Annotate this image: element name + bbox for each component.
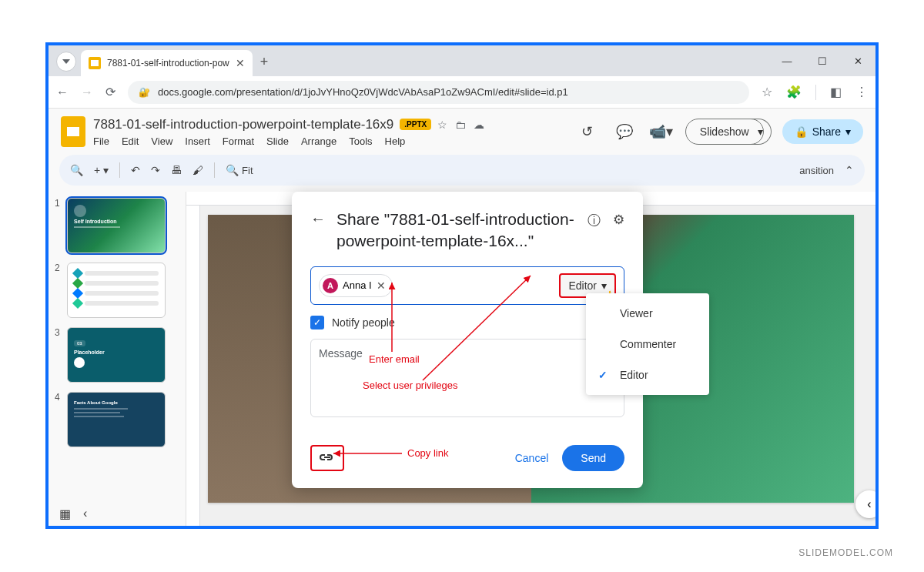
- remove-chip-icon[interactable]: ✕: [377, 279, 386, 292]
- close-window-button[interactable]: ✕: [840, 45, 875, 76]
- menu-view[interactable]: View: [151, 135, 172, 147]
- menu-format[interactable]: Format: [223, 135, 254, 147]
- minimize-button[interactable]: —: [769, 45, 805, 76]
- browser-tab[interactable]: 7881-01-self-introduction-pow ✕: [81, 50, 253, 76]
- slide-thumb-4[interactable]: 4 Facts About Google: [55, 392, 179, 447]
- slide-thumb-3[interactable]: 3 03 Placeholder: [55, 327, 179, 383]
- slide-panel[interactable]: 1 Self Introduction 2: [49, 192, 186, 526]
- close-tab-icon[interactable]: ✕: [236, 57, 245, 69]
- notify-label: Notify people: [332, 316, 395, 329]
- dialog-title: Share "7881-01-self-introduction-powerpo…: [336, 209, 577, 253]
- maximize-button[interactable]: ☐: [805, 45, 840, 76]
- tab-title: 7881-01-self-introduction-pow: [107, 58, 229, 69]
- sidepanel-icon[interactable]: ◧: [830, 85, 842, 99]
- document-title[interactable]: 7881-01-self-introduction-powerpoint-tem…: [93, 117, 393, 132]
- avatar: A: [323, 278, 338, 293]
- notify-row[interactable]: ✓ Notify people: [310, 316, 624, 329]
- new-slide-button[interactable]: + ▾: [94, 164, 109, 176]
- slide-thumb-2[interactable]: 2: [55, 263, 179, 318]
- help-icon[interactable]: ⓘ: [588, 212, 601, 229]
- message-input[interactable]: Message: [310, 339, 624, 417]
- watermark: SLIDEMODEL.COM: [798, 547, 893, 558]
- menu-help[interactable]: Help: [385, 135, 406, 147]
- zoom-control[interactable]: 🔍 Fit: [226, 164, 253, 176]
- slides-favicon: [89, 57, 101, 69]
- paint-format-icon[interactable]: 🖌: [192, 164, 203, 176]
- share-dialog: ← Share "7881-01-self-introduction-power…: [292, 192, 643, 488]
- pptx-badge: .PPTX: [400, 119, 431, 130]
- reload-icon[interactable]: ⟳: [105, 85, 116, 99]
- notify-checkbox[interactable]: ✓: [310, 316, 324, 329]
- redo-icon[interactable]: ↷: [151, 164, 160, 176]
- app-header: 7881-01-self-introduction-powerpoint-tem…: [49, 109, 875, 155]
- window-controls: — ☐ ✕: [769, 45, 875, 76]
- slides-logo[interactable]: [61, 116, 85, 147]
- browser-window: 7881-01-self-introduction-pow ✕ + — ☐ ✕ …: [45, 42, 879, 529]
- role-commenter[interactable]: Commenter: [586, 329, 709, 360]
- forward-icon[interactable]: →: [81, 85, 93, 99]
- prev-icon[interactable]: ‹: [83, 507, 87, 521]
- menu-tools[interactable]: Tools: [349, 135, 372, 147]
- star-icon[interactable]: ☆: [762, 85, 772, 99]
- search-tool-icon[interactable]: 🔍: [70, 164, 83, 176]
- search-tabs-button[interactable]: [56, 52, 76, 72]
- chevron-left-icon: ‹: [867, 497, 871, 511]
- cloud-status-icon: ☁: [474, 119, 484, 131]
- menu-file[interactable]: File: [93, 135, 109, 147]
- role-dropdown: Viewer Commenter Editor: [586, 293, 709, 395]
- transition-button[interactable]: ansition: [799, 165, 834, 176]
- url-input[interactable]: 🔐 docs.google.com/presentation/d/1joJvYH…: [128, 81, 749, 104]
- chrome-menu-icon[interactable]: ⋮: [855, 85, 868, 99]
- chevron-down-icon: ▾: [845, 125, 851, 138]
- main-area: 1 Self Introduction 2: [49, 192, 875, 526]
- copy-link-button[interactable]: [310, 445, 344, 471]
- back-icon[interactable]: ←: [56, 85, 69, 99]
- grid-view-icon[interactable]: ▦: [59, 507, 71, 521]
- slide-thumb-1[interactable]: 1 Self Introduction: [55, 198, 179, 253]
- extensions-icon[interactable]: 🧩: [786, 85, 802, 99]
- send-button[interactable]: Send: [562, 445, 624, 471]
- divider: [815, 85, 816, 100]
- bottom-controls: ▦ ‹: [59, 507, 87, 521]
- share-button[interactable]: 🔒 Share ▾: [782, 119, 863, 144]
- menu-slide[interactable]: Slide: [266, 135, 289, 147]
- collapse-toolbar-icon[interactable]: ⌃: [845, 164, 854, 176]
- move-doc-icon[interactable]: 🗀: [455, 119, 466, 131]
- comments-icon[interactable]: 💬: [611, 119, 638, 145]
- menu-insert[interactable]: Insert: [185, 135, 210, 147]
- back-arrow-icon[interactable]: ←: [310, 210, 326, 228]
- ruler-vertical: [186, 206, 200, 526]
- chip-name: Anna I: [343, 279, 372, 291]
- lock-icon: 🔒: [795, 125, 808, 138]
- site-info-icon[interactable]: 🔐: [139, 87, 150, 98]
- star-doc-icon[interactable]: ☆: [437, 119, 447, 131]
- toolbar: 🔍 + ▾ ↶ ↷ 🖶 🖌 🔍 Fit ansition ⌃: [59, 155, 865, 186]
- role-viewer[interactable]: Viewer: [586, 298, 709, 329]
- print-icon[interactable]: 🖶: [171, 164, 182, 176]
- history-icon[interactable]: ↺: [574, 119, 601, 145]
- slideshow-dropdown[interactable]: ▾: [750, 119, 772, 145]
- new-tab-button[interactable]: +: [260, 54, 269, 70]
- present-icon[interactable]: 📹▾: [648, 119, 675, 145]
- menu-bar: File Edit View Insert Format Slide Arran…: [93, 135, 567, 147]
- person-chip[interactable]: A Anna I ✕: [319, 274, 393, 297]
- address-bar: ← → ⟳ 🔐 docs.google.com/presentation/d/1…: [49, 76, 875, 109]
- menu-edit[interactable]: Edit: [122, 135, 139, 147]
- undo-icon[interactable]: ↶: [131, 164, 140, 176]
- gear-icon[interactable]: ⚙: [613, 212, 624, 229]
- cancel-button[interactable]: Cancel: [501, 446, 563, 470]
- people-input[interactable]: A Anna I ✕ Editor ▾ 👆: [310, 266, 624, 305]
- url-text: docs.google.com/presentation/d/1joJvYHno…: [158, 86, 568, 98]
- role-editor[interactable]: Editor: [586, 360, 709, 390]
- menu-arrange[interactable]: Arrange: [301, 135, 336, 147]
- tab-strip: 7881-01-self-introduction-pow ✕ + — ☐ ✕: [49, 45, 875, 76]
- slides-app: 7881-01-self-introduction-powerpoint-tem…: [49, 109, 875, 526]
